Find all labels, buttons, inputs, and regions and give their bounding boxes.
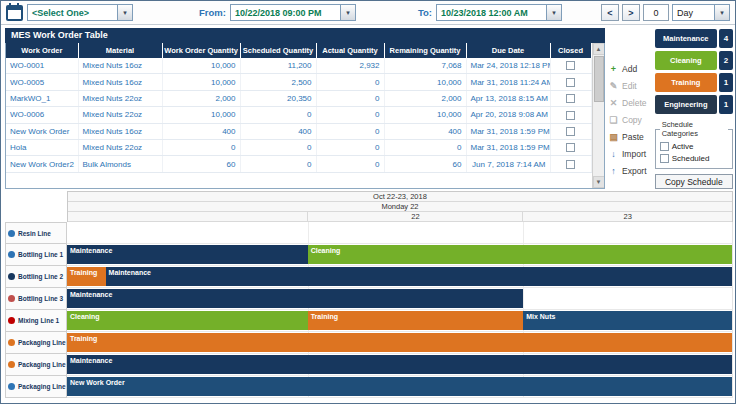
offset-field[interactable]: 0 (643, 4, 669, 21)
table-row[interactable]: New Work Order2Bulk Almonds600060Jun 7, … (6, 156, 591, 172)
closed-checkbox[interactable] (566, 127, 575, 136)
closed-checkbox[interactable] (566, 61, 575, 70)
category-count-badge: 1 (719, 95, 733, 114)
schedule-option-scheduled: Scheduled (660, 154, 728, 163)
table-row[interactable]: MarkWO_1Mixed Nuts 22oz2,00020,35002,000… (6, 90, 591, 106)
line-name: Packaging Line 2 (18, 361, 67, 368)
gantt-bar[interactable]: Maintenance (67, 355, 732, 374)
copy-button[interactable]: ❏Copy (608, 115, 652, 125)
plus-icon: + (608, 64, 619, 74)
column-header[interactable]: Due Date (466, 43, 550, 58)
add-button[interactable]: +Add (608, 64, 652, 74)
gantt-row-label: Packaging Line 1 (5, 332, 67, 354)
column-header[interactable]: Work Order Quantity (162, 43, 240, 58)
gantt-row-track: Training (67, 332, 733, 354)
chevron-down-icon[interactable]: ▾ (714, 5, 729, 20)
column-header[interactable]: Work Order (6, 43, 78, 58)
gantt-bar[interactable]: Maintenance (106, 267, 732, 286)
copy-schedule-button[interactable]: Copy Schedule (655, 174, 733, 189)
closed-checkbox[interactable] (566, 78, 575, 87)
table-cell: 0 (240, 107, 316, 123)
chevron-down-icon[interactable]: ▾ (546, 5, 561, 20)
prev-button[interactable]: < (601, 4, 619, 21)
scroll-up-icon[interactable]: ▲ (593, 43, 605, 55)
gantt-bar[interactable]: Training (67, 333, 732, 352)
gantt-row: Packaging Line 2Maintenance (5, 354, 733, 376)
gantt-row-label: Bottling Line 3 (5, 288, 67, 310)
gantt-bar[interactable]: Cleaning (67, 311, 308, 330)
delete-button[interactable]: ✕Delete (608, 98, 652, 108)
gantt-row: Mixing Line 1CleaningTrainingMix Nuts (5, 310, 733, 332)
schedule-select[interactable]: <Select One> ▾ (27, 4, 133, 21)
to-date-picker[interactable]: 10/23/2018 12:00 AM ▾ (436, 4, 562, 21)
table-cell: 7,068 (384, 58, 466, 74)
scrollbar-thumb[interactable] (594, 56, 604, 102)
gantt-row-label: Packaging Line 2 (5, 354, 67, 376)
active-checkbox[interactable] (660, 142, 669, 151)
closed-checkbox[interactable] (566, 94, 575, 103)
column-header[interactable]: Remaining Quantity (384, 43, 466, 58)
table-cell: 2,500 (240, 74, 316, 90)
gantt-row: Bottling Line 1MaintenanceCleaning (5, 244, 733, 266)
from-date-picker[interactable]: 10/22/2018 09:00 PM ▾ (230, 4, 356, 21)
category-maintenance-button[interactable]: Maintenance (655, 29, 717, 48)
hour-tick: 22 (308, 212, 523, 221)
table-cell: Apr 20, 2018 9:08 AM (466, 107, 550, 123)
table-cell: Apr 13, 2018 8:15 AM (466, 90, 550, 106)
checkbox-label: Active (672, 142, 694, 151)
gantt-day-header: Monday 22 (68, 202, 732, 212)
range-select[interactable]: Day ▾ (672, 4, 730, 21)
gantt-row-label: Resin Line (5, 222, 67, 244)
closed-checkbox[interactable] (566, 143, 575, 152)
gantt-bar[interactable]: Cleaning (308, 245, 732, 264)
checkbox-label: Scheduled (672, 154, 710, 163)
table-cell: Mar 31, 2018 1:59 PM (466, 139, 550, 155)
table-cell: Mixed Nuts 16oz (78, 74, 162, 90)
table-cell: WO-0005 (6, 74, 78, 90)
scheduled-checkbox[interactable] (660, 154, 669, 163)
import-button[interactable]: ↓Import (608, 149, 652, 159)
category-training-button[interactable]: Training (655, 73, 717, 92)
category-engineering-button[interactable]: Engineering (655, 95, 717, 114)
export-button[interactable]: ↑Export (608, 166, 652, 176)
next-button[interactable]: > (622, 4, 640, 21)
table-scrollbar[interactable]: ▲ ▼ (592, 43, 605, 188)
table-cell: 60 (162, 156, 240, 172)
calendar-icon[interactable] (6, 5, 23, 21)
paste-icon: ▤ (608, 132, 619, 142)
scroll-down-icon[interactable]: ▼ (593, 176, 605, 188)
chevron-down-icon[interactable]: ▾ (340, 5, 355, 20)
gantt-bar[interactable]: New Work Order (67, 377, 732, 396)
chevron-down-icon[interactable]: ▾ (117, 5, 132, 20)
table-cell: Mar 31, 2018 11:24 AM (466, 74, 550, 90)
table-row[interactable]: WO-0006Mixed Nuts 22oz10,0000010,000Apr … (6, 107, 591, 123)
table-cell: 0 (240, 156, 316, 172)
gantt-bar[interactable]: Mix Nuts (523, 311, 732, 330)
paste-button[interactable]: ▤Paste (608, 132, 652, 142)
table-row[interactable]: HolaMixed Nuts 22oz0000Mar 31, 2018 1:59… (6, 139, 591, 155)
gantt-bar[interactable]: Maintenance (67, 245, 308, 264)
column-header[interactable]: Closed (550, 43, 591, 58)
table-row[interactable]: WO-0005Mixed Nuts 16oz10,0002,500010,000… (6, 74, 591, 90)
gantt-row-track: MaintenanceCleaning (67, 244, 733, 266)
gantt-bar[interactable]: Maintenance (67, 289, 523, 308)
edit-button[interactable]: ✎Edit (608, 81, 652, 91)
table-cell: 20,350 (240, 90, 316, 106)
table-cell: 0 (316, 107, 384, 123)
gantt-row: Bottling Line 3Maintenance (5, 288, 733, 310)
column-header[interactable]: Material (78, 43, 162, 58)
closed-checkbox[interactable] (566, 160, 575, 169)
gantt-bar[interactable]: Training (67, 267, 106, 286)
hour-tick (68, 212, 308, 221)
column-header[interactable]: Actual Quantity (316, 43, 384, 58)
schedule-option-active: Active (660, 142, 728, 151)
table-cell: 400 (162, 123, 240, 139)
gantt-bar[interactable]: Training (308, 311, 523, 330)
closed-checkbox[interactable] (566, 111, 575, 120)
category-cleaning-button[interactable]: Cleaning (655, 51, 717, 70)
table-row[interactable]: New Work OrderMixed Nuts 16oz4004000400M… (6, 123, 591, 139)
packaging-line-1-icon (8, 339, 15, 346)
toolbar: <Select One> ▾ From: 10/22/2018 09:00 PM… (1, 1, 735, 25)
table-row[interactable]: WO-0001Mixed Nuts 16oz10,00011,2002,9327… (6, 58, 591, 74)
column-header[interactable]: Scheduled Quantity (240, 43, 316, 58)
